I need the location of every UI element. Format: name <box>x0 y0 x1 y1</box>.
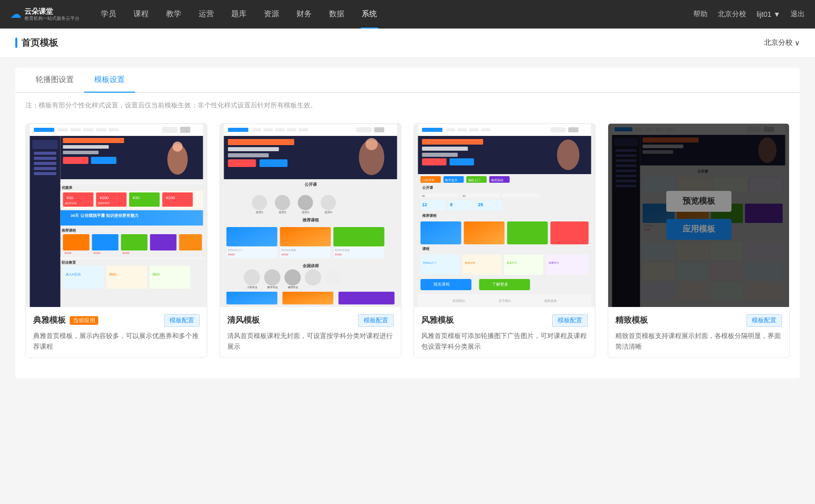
svg-text:¥499: ¥499 <box>94 251 101 255</box>
svg-rect-24 <box>61 182 203 184</box>
nav-item-resources[interactable]: 资源 <box>263 0 280 29</box>
nav-item-teaching[interactable]: 教学 <box>165 0 182 29</box>
config-btn-jingzhi[interactable]: 模板配置 <box>746 314 782 327</box>
svg-text:联系我们: 联系我们 <box>453 299 465 302</box>
nav-items: 学员 课程 教学 运营 题库 资源 财务 数据 系统 <box>100 0 378 29</box>
nav-item-data[interactable]: 数据 <box>328 0 345 29</box>
svg-rect-211 <box>643 242 675 260</box>
svg-rect-108 <box>283 292 334 304</box>
svg-text:Python入门: Python入门 <box>423 261 437 264</box>
svg-point-124 <box>557 139 580 170</box>
svg-rect-14 <box>34 167 57 170</box>
svg-text:¥499: ¥499 <box>335 253 342 256</box>
help-link[interactable]: 帮助 <box>693 10 708 19</box>
svg-rect-148 <box>421 221 461 244</box>
svg-text:深度学习: 深度学习 <box>549 261 559 264</box>
config-btn-qingfeng[interactable]: 模板配置 <box>358 314 394 327</box>
svg-rect-189 <box>643 137 699 143</box>
svg-rect-1 <box>34 128 55 132</box>
svg-text:课程: 课程 <box>699 235 707 238</box>
svg-rect-58 <box>252 128 261 131</box>
preview-template-btn[interactable]: 预览模板 <box>666 191 731 212</box>
template-desc-jingzhi: 精致首页模板支持课程展示封面，各模板分隔明显，界面简洁清晰 <box>615 331 782 352</box>
tab-carousel[interactable]: 轮播图设置 <box>25 68 84 93</box>
nav-right: 帮助 北京分校 lijt01 ▼ 退出 <box>693 10 805 19</box>
svg-rect-50 <box>63 266 104 289</box>
svg-rect-157 <box>546 255 589 275</box>
user-dropdown-icon: ▼ <box>773 10 780 18</box>
svg-rect-119 <box>422 139 483 145</box>
nav-item-operation[interactable]: 运营 <box>198 0 215 29</box>
svg-rect-63 <box>357 127 372 132</box>
template-screenshot-qingfeng: 公开课 老师1 老师2 老师3 老师4 推荐课程 <box>220 124 401 307</box>
svg-rect-114 <box>470 128 479 131</box>
svg-rect-111 <box>422 128 443 132</box>
svg-rect-12 <box>34 157 57 160</box>
svg-rect-197 <box>714 177 747 192</box>
nav-item-question-bank[interactable]: 题库 <box>230 0 248 29</box>
svg-rect-4 <box>84 128 94 131</box>
svg-rect-37 <box>61 210 203 226</box>
nav-item-system[interactable]: 系统 <box>361 0 378 29</box>
user-name[interactable]: lijt01 ▼ <box>756 10 780 18</box>
svg-rect-178 <box>612 135 640 307</box>
config-btn-dianyan[interactable]: 模板配置 <box>164 314 200 327</box>
svg-rect-13 <box>34 162 57 165</box>
template-name-row-fengya: 风雅模板 模板配置 <box>421 314 588 327</box>
svg-rect-171 <box>615 127 633 131</box>
svg-rect-198 <box>750 177 783 192</box>
template-name-row-jingzhi: 精致模板 模板配置 <box>615 314 782 327</box>
svg-point-78 <box>321 195 336 210</box>
svg-text:¥0: ¥0 <box>422 194 425 198</box>
template-preview-dianyan: 优惠券 ¥30 满100可用 ¥200 满500可用 ¥30 ¥200 <box>26 124 207 307</box>
tab-template[interactable]: 模板设置 <box>84 68 135 93</box>
svg-text:Python: Python <box>678 224 687 227</box>
svg-rect-213 <box>711 242 743 260</box>
svg-text:PyTorch高级: PyTorch高级 <box>282 248 296 251</box>
svg-rect-67 <box>228 147 279 151</box>
svg-rect-69 <box>228 159 256 167</box>
svg-rect-10 <box>33 140 58 149</box>
badge-current-dianyan: 当前应用 <box>70 316 98 325</box>
branch-nav-label[interactable]: 北京分校 <box>718 10 746 19</box>
svg-text:公开课: 公开课 <box>304 182 317 187</box>
svg-text:25: 25 <box>478 202 483 207</box>
svg-rect-117 <box>568 127 579 132</box>
template-preview-jingzhi: 公开课 推荐课程 <box>608 124 789 307</box>
branch-selector[interactable]: 北京分校 ∨ <box>764 38 800 47</box>
nav-item-courses[interactable]: 课程 <box>132 0 150 29</box>
apply-template-btn[interactable]: 应用模板 <box>666 219 731 240</box>
svg-point-77 <box>298 195 313 210</box>
svg-rect-156 <box>504 255 544 275</box>
svg-text:¥499: ¥499 <box>65 251 72 255</box>
svg-text:物理基础: 物理基础 <box>491 179 503 182</box>
svg-text:关于我们: 关于我们 <box>499 299 511 302</box>
svg-rect-174 <box>656 128 663 131</box>
config-btn-fengya[interactable]: 模板配置 <box>552 314 588 327</box>
svg-rect-20 <box>63 157 89 164</box>
svg-point-100 <box>264 269 281 286</box>
svg-rect-5 <box>96 128 106 131</box>
svg-text:¥199: ¥199 <box>644 228 650 231</box>
nav-item-students[interactable]: 学员 <box>100 0 117 29</box>
svg-rect-112 <box>446 128 455 131</box>
template-name-fengya: 风雅模板 <box>421 315 454 326</box>
svg-rect-212 <box>677 242 709 260</box>
svg-rect-18 <box>63 145 109 149</box>
svg-point-76 <box>275 195 290 210</box>
logout-link[interactable]: 退出 <box>791 10 805 19</box>
svg-rect-123 <box>450 158 474 165</box>
svg-rect-177 <box>764 127 774 132</box>
svg-text:¥499: ¥499 <box>228 253 235 256</box>
svg-text:¥200: ¥200 <box>99 195 109 200</box>
svg-rect-41 <box>92 234 119 250</box>
svg-rect-122 <box>422 158 447 165</box>
template-desc-dianyan: 典雅首页模板，展示内容较多，可以展示优惠券和多个推荐课程 <box>33 331 200 352</box>
template-screenshot-dianyan: 优惠券 ¥30 满100可用 ¥200 满500可用 ¥30 ¥200 <box>26 124 207 307</box>
logo[interactable]: ☁ 云朵课堂 教育机构一站式服务云平台 <box>10 7 79 21</box>
template-card-qingfeng: 公开课 老师1 老师2 老师3 老师4 推荐课程 <box>220 123 401 358</box>
template-screenshot-jingzhi: 公开课 推荐课程 <box>608 124 789 307</box>
svg-text:¥299: ¥299 <box>678 228 684 231</box>
nav-item-finance[interactable]: 财务 <box>295 0 313 29</box>
page-title: 首页模板 <box>15 37 58 49</box>
